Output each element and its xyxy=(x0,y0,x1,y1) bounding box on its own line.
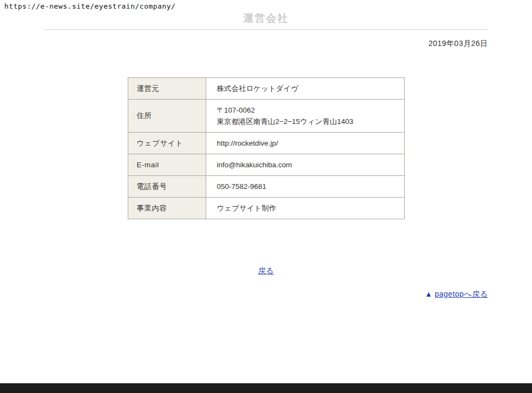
row-value-address: 〒107-0062 東京都港区南青山2−2−15ウィン青山1403 xyxy=(206,100,404,133)
row-value-email: info@hikakuichiba.com xyxy=(206,154,404,176)
table-row: E-mail info@hikakuichiba.com xyxy=(128,154,404,176)
pagetop-link-label: pagetopへ戻る xyxy=(435,290,488,298)
row-value: 株式会社ロケットダイヴ xyxy=(217,84,299,93)
back-link-container: 戻る xyxy=(44,266,488,276)
company-info-table: 運営元 株式会社ロケットダイヴ 住所 〒107-0062 東京都港区南青山2−2… xyxy=(128,77,405,219)
footer-bar xyxy=(0,383,532,393)
table-row: 事業内容 ウェブサイト制作 xyxy=(128,198,404,219)
row-label: 運営元 xyxy=(137,84,160,93)
row-value: 050-7582-9681 xyxy=(217,182,267,191)
row-label-business: 事業内容 xyxy=(128,198,206,219)
row-value-website: http://rocketdive.jp/ xyxy=(206,133,404,154)
page-date: 2019年03月26日 xyxy=(44,39,488,49)
page-title: 運営会社 xyxy=(44,0,488,24)
row-label: ウェブサイト xyxy=(137,139,183,147)
table-row: 電話番号 050-7582-9681 xyxy=(128,176,404,198)
table-row: 運営元 株式会社ロケットダイヴ xyxy=(128,78,404,100)
row-label: E-mail xyxy=(137,161,159,169)
row-label: 住所 xyxy=(137,112,152,120)
title-divider xyxy=(44,29,488,30)
back-link[interactable]: 戻る xyxy=(258,266,274,275)
pagetop-arrow-icon: ▲ xyxy=(425,290,432,298)
pagetop-link[interactable]: ▲pagetopへ戻る xyxy=(425,290,488,298)
row-value-business: ウェブサイト制作 xyxy=(206,198,404,219)
row-value: 〒107-0062 東京都港区南青山2−2−15ウィン青山1403 xyxy=(217,106,353,126)
row-label-operator: 運営元 xyxy=(128,78,206,100)
row-value-phone: 050-7582-9681 xyxy=(206,176,404,198)
row-label: 事業内容 xyxy=(137,204,167,212)
row-value: ウェブサイト制作 xyxy=(217,204,277,212)
pagetop-link-container: ▲pagetopへ戻る xyxy=(44,289,488,299)
table-row: ウェブサイト http://rocketdive.jp/ xyxy=(128,133,404,154)
row-label-website: ウェブサイト xyxy=(128,133,206,154)
table-row: 住所 〒107-0062 東京都港区南青山2−2−15ウィン青山1403 xyxy=(128,100,404,133)
row-value: http://rocketdive.jp/ xyxy=(217,139,278,147)
row-value: info@hikakuichiba.com xyxy=(217,161,292,169)
row-value-operator: 株式会社ロケットダイヴ xyxy=(206,78,404,100)
row-label-address: 住所 xyxy=(128,100,206,133)
row-label: 電話番号 xyxy=(137,182,167,191)
row-label-email: E-mail xyxy=(128,154,206,176)
row-label-phone: 電話番号 xyxy=(128,176,206,198)
main-content: 運営会社 2019年03月26日 運営元 株式会社ロケットダイヴ 住所 〒107… xyxy=(44,0,488,299)
